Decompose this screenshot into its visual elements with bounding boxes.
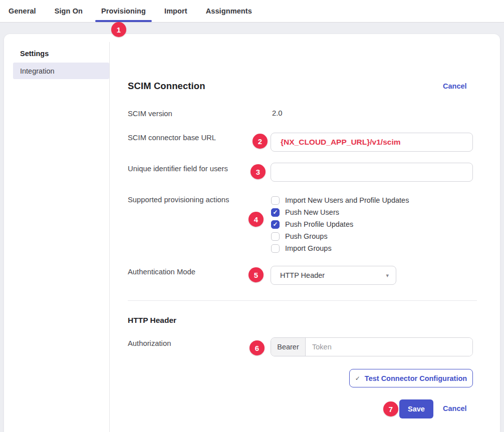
tab-general[interactable]: General	[9, 0, 36, 22]
checkbox-row: Push Profile Updates	[271, 218, 409, 230]
sidebar-item-integration[interactable]: Integration	[13, 63, 109, 79]
checkbox-row: Import Groups	[271, 242, 409, 254]
cancel-link-bottom[interactable]: Cancel	[443, 404, 467, 412]
checkbox-label: Import New Users and Profile Updates	[285, 196, 409, 204]
auth-mode-select[interactable]: HTTP Header ▾	[271, 266, 396, 285]
provisioning-actions-label: Supported provisioning actions	[128, 195, 229, 204]
step-badge-1: 1	[111, 22, 126, 37]
check-icon: ✓	[355, 375, 360, 382]
sidebar-item-label: Integration	[20, 67, 55, 75]
save-button[interactable]: Save	[399, 399, 433, 418]
checkbox-push-profile-updates[interactable]	[271, 220, 280, 229]
checkbox-import-groups[interactable]	[271, 244, 280, 253]
checkbox-push-groups[interactable]	[271, 232, 280, 241]
page: General Sign On Provisioning Import Assi…	[0, 0, 504, 432]
sidebar-header-settings: Settings	[20, 50, 49, 58]
authorization-input-group: Bearer	[271, 337, 473, 356]
base-url-label: SCIM connector base URL	[128, 133, 216, 142]
checkbox-row: Push New Users	[271, 206, 409, 218]
sidebar-divider	[109, 42, 110, 432]
scim-version-value: 2.0	[272, 109, 283, 117]
unique-id-label: Unique identifier field for users	[128, 164, 228, 173]
tab-assignments[interactable]: Assignments	[206, 0, 252, 22]
section-divider	[128, 300, 477, 301]
step-badge-3: 3	[250, 164, 266, 179]
scim-version-label: SCIM version	[128, 109, 172, 118]
checkbox-label: Import Groups	[285, 244, 332, 252]
tab-provisioning[interactable]: Provisioning	[101, 0, 146, 22]
page-title: SCIM Connection	[128, 81, 205, 92]
tab-import[interactable]: Import	[164, 0, 187, 22]
tab-sign-on[interactable]: Sign On	[55, 0, 83, 22]
checkbox-import-new-users[interactable]	[271, 196, 280, 205]
step-badge-4: 4	[248, 212, 264, 227]
step-badge-6: 6	[249, 340, 265, 355]
checkbox-push-new-users[interactable]	[271, 208, 280, 217]
provisioning-actions-list: Import New Users and Profile Updates Pus…	[271, 194, 409, 254]
base-url-input[interactable]	[271, 133, 473, 152]
test-connector-button[interactable]: ✓ Test Connector Configuration	[349, 369, 473, 387]
bearer-prefix: Bearer	[271, 338, 306, 356]
step-badge-7: 7	[383, 401, 398, 416]
step-badge-2: 2	[253, 134, 268, 149]
auth-mode-selected-value: HTTP Header	[280, 271, 325, 279]
authorization-label: Authorization	[128, 339, 171, 348]
checkbox-row: Import New Users and Profile Updates	[271, 194, 409, 206]
checkbox-label: Push New Users	[285, 208, 339, 216]
auth-mode-label: Authentication Mode	[128, 267, 195, 276]
checkbox-label: Push Profile Updates	[285, 220, 353, 228]
unique-id-input[interactable]	[271, 163, 473, 182]
cancel-link-top[interactable]: Cancel	[443, 82, 467, 90]
step-badge-5: 5	[248, 267, 264, 282]
checkbox-label: Push Groups	[285, 232, 328, 240]
content-card: Settings Integration SCIM Connection Can…	[4, 34, 500, 432]
token-input[interactable]	[306, 338, 472, 356]
test-connector-button-label: Test Connector Configuration	[365, 374, 467, 382]
app-tabbar: General Sign On Provisioning Import Assi…	[0, 0, 504, 23]
chevron-down-icon: ▾	[386, 272, 389, 279]
http-header-section-title: HTTP Header	[128, 316, 176, 325]
checkbox-row: Push Groups	[271, 230, 409, 242]
